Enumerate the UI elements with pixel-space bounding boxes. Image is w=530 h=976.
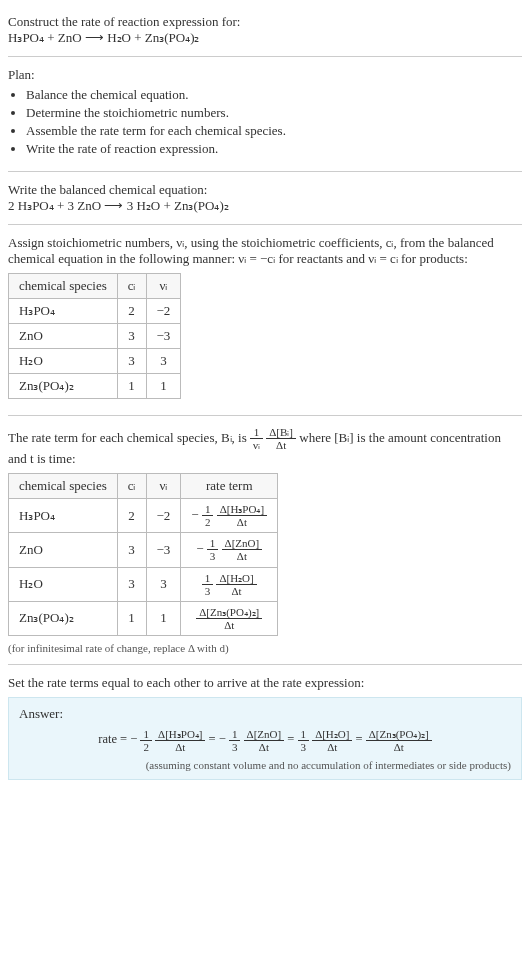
delta-frac: Δ[Zn₃(PO₄)₂]Δt (366, 728, 432, 753)
cell-c: 2 (117, 299, 146, 324)
col-species: chemical species (9, 474, 118, 499)
table-header-row: chemical species cᵢ νᵢ (9, 274, 181, 299)
cell-c: 3 (117, 349, 146, 374)
table-row: ZnO 3 −3 − 13 Δ[ZnO]Δt (9, 533, 278, 567)
assign-text: Assign stoichiometric numbers, νᵢ, using… (8, 235, 522, 267)
cell-species: H₃PO₄ (9, 299, 118, 324)
sign: − (191, 507, 198, 522)
balanced-heading: Write the balanced chemical equation: (8, 182, 522, 198)
unbalanced-equation: H₃PO₄ + ZnO ⟶ H₂O + Zn₃(PO₄)₂ (8, 30, 522, 46)
final-section: Set the rate terms equal to each other t… (8, 669, 522, 786)
divider (8, 56, 522, 57)
cell-species: Zn₃(PO₄)₂ (9, 374, 118, 399)
balanced-section: Write the balanced chemical equation: 2 … (8, 176, 522, 220)
plan-list: Balance the chemical equation. Determine… (8, 87, 522, 157)
delta-frac: Δ[ZnO]Δt (222, 537, 263, 562)
rate-prefix: rate = (98, 732, 130, 746)
cell-rate: 13 Δ[H₂O]Δt (181, 567, 278, 601)
plan-heading: Plan: (8, 67, 522, 83)
rateterm-text-a: The rate term for each chemical species,… (8, 430, 250, 445)
cell-v: −2 (146, 499, 181, 533)
rateterm-intro: The rate term for each chemical species,… (8, 426, 522, 467)
plan-section: Plan: Balance the chemical equation. Det… (8, 61, 522, 167)
divider (8, 664, 522, 665)
term: Δ[Zn₃(PO₄)₂]Δt (366, 732, 432, 746)
plan-item: Write the rate of reaction expression. (26, 141, 522, 157)
cell-c: 1 (117, 374, 146, 399)
rate-footnote: (for infinitesimal rate of change, repla… (8, 642, 522, 654)
cell-species: Zn₃(PO₄)₂ (9, 601, 118, 635)
table-row: H₃PO₄ 2 −2 − 12 Δ[H₃PO₄]Δt (9, 499, 278, 533)
delta-frac: Δ[Zn₃(PO₄)₂]Δt (196, 606, 262, 631)
coef-frac: 12 (140, 728, 152, 753)
rate-table: chemical species cᵢ νᵢ rate term H₃PO₄ 2… (8, 473, 278, 636)
col-v: νᵢ (146, 274, 181, 299)
table-row: H₂O 3 3 (9, 349, 181, 374)
balanced-equation: 2 H₃PO₄ + 3 ZnO ⟶ 3 H₂O + Zn₃(PO₄)₂ (8, 198, 522, 214)
sign: − (130, 732, 137, 746)
coef-frac: 12 (202, 503, 214, 528)
divider (8, 415, 522, 416)
delta-frac: Δ[ZnO]Δt (244, 728, 285, 753)
term: − 12 Δ[H₃PO₄]Δt (130, 732, 208, 746)
coef-frac: 13 (229, 728, 241, 753)
answer-label: Answer: (19, 706, 511, 722)
col-v: νᵢ (146, 474, 181, 499)
divider (8, 171, 522, 172)
coef-frac: 13 (298, 728, 310, 753)
col-species: chemical species (9, 274, 118, 299)
plan-item: Determine the stoichiometric numbers. (26, 105, 522, 121)
construct-text: Construct the rate of reaction expressio… (8, 14, 522, 30)
equals: = (287, 732, 297, 746)
plan-item: Assemble the rate term for each chemical… (26, 123, 522, 139)
frac-dBi-dt: Δ[Bᵢ]Δt (266, 426, 296, 451)
answer-box: Answer: rate = − 12 Δ[H₃PO₄]Δt = − 13 Δ[… (8, 697, 522, 780)
rateterm-section: The rate term for each chemical species,… (8, 420, 522, 660)
plan-item: Balance the chemical equation. (26, 87, 522, 103)
cell-species: H₂O (9, 567, 118, 601)
cell-species: ZnO (9, 324, 118, 349)
table-row: H₃PO₄ 2 −2 (9, 299, 181, 324)
sign: − (219, 732, 226, 746)
cell-v: 1 (146, 374, 181, 399)
cell-rate: Δ[Zn₃(PO₄)₂]Δt (181, 601, 278, 635)
cell-c: 1 (117, 601, 146, 635)
delta-frac: Δ[H₂O]Δt (312, 728, 352, 753)
cell-species: ZnO (9, 533, 118, 567)
delta-frac: Δ[H₃PO₄]Δt (155, 728, 205, 753)
cell-c: 3 (117, 533, 146, 567)
term: − 13 Δ[ZnO]Δt (219, 732, 288, 746)
cell-c: 3 (117, 324, 146, 349)
table-row: Zn₃(PO₄)₂ 1 1 Δ[Zn₃(PO₄)₂]Δt (9, 601, 278, 635)
coef-frac: 13 (207, 537, 219, 562)
cell-v: 1 (146, 601, 181, 635)
equals: = (209, 732, 219, 746)
col-c: cᵢ (117, 474, 146, 499)
final-heading: Set the rate terms equal to each other t… (8, 675, 522, 691)
cell-c: 2 (117, 499, 146, 533)
table-row: H₂O 3 3 13 Δ[H₂O]Δt (9, 567, 278, 601)
coef-frac: 13 (202, 572, 214, 597)
rateterm-formula: 1νᵢ Δ[Bᵢ]Δt (250, 430, 299, 445)
assumption-note: (assuming constant volume and no accumul… (19, 759, 511, 771)
assign-section: Assign stoichiometric numbers, νᵢ, using… (8, 229, 522, 411)
delta-frac: Δ[H₃PO₄]Δt (217, 503, 267, 528)
cell-species: H₃PO₄ (9, 499, 118, 533)
cell-v: −3 (146, 533, 181, 567)
cell-v: 3 (146, 567, 181, 601)
col-rate: rate term (181, 474, 278, 499)
table-row: ZnO 3 −3 (9, 324, 181, 349)
term: 13 Δ[H₂O]Δt (298, 732, 356, 746)
sign: − (196, 541, 203, 556)
divider (8, 224, 522, 225)
cell-v: 3 (146, 349, 181, 374)
cell-c: 3 (117, 567, 146, 601)
equals: = (356, 732, 366, 746)
cell-v: −3 (146, 324, 181, 349)
stoich-table: chemical species cᵢ νᵢ H₃PO₄ 2 −2 ZnO 3 … (8, 273, 181, 399)
rate-expression: rate = − 12 Δ[H₃PO₄]Δt = − 13 Δ[ZnO]Δt =… (19, 728, 511, 753)
cell-species: H₂O (9, 349, 118, 374)
table-header-row: chemical species cᵢ νᵢ rate term (9, 474, 278, 499)
frac-1-over-nu: 1νᵢ (250, 426, 263, 451)
cell-rate: − 13 Δ[ZnO]Δt (181, 533, 278, 567)
